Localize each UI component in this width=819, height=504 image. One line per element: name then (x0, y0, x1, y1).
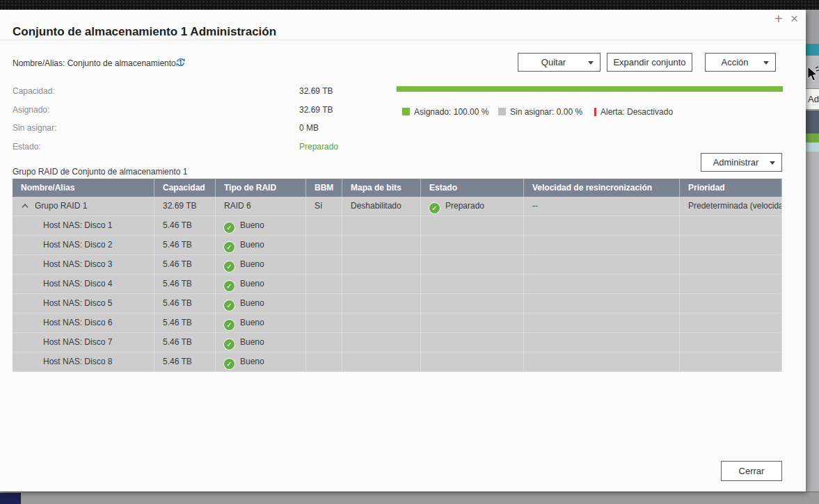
cell-priority (680, 236, 782, 254)
pool-name-alias: Nombre/Alias: Conjunto de almacenamiento… (13, 58, 183, 68)
table-row[interactable]: Host NAS: Disco 35.46 TB✓Bueno (13, 255, 782, 275)
column-header-7[interactable]: Prioridad (680, 179, 782, 197)
desktop-top-bar (0, 0, 819, 10)
legend-item-0: Asignado: 100.00 % (402, 107, 488, 117)
quitar-button[interactable]: Quitar (518, 53, 601, 72)
dialog-title: Conjunto de almacenamiento 1 Administrac… (13, 25, 276, 39)
cell-capacity: 5.46 TB (154, 236, 216, 254)
usage-bar-fill (397, 86, 783, 92)
chevron-up-icon[interactable] (21, 203, 29, 209)
cell-name: Grupo RAID 1 (13, 197, 154, 216)
check-circle-icon: ✓ (224, 222, 234, 233)
add-tab-icon[interactable]: + (774, 12, 783, 26)
table-row[interactable]: Host NAS: Disco 45.46 TB✓Bueno (13, 275, 782, 294)
table-row[interactable]: Host NAS: Disco 25.46 TB✓Bueno (13, 236, 782, 255)
table-row[interactable]: Host NAS: Disco 55.46 TB✓Bueno (13, 294, 782, 314)
check-circle-icon: ✓ (429, 203, 440, 213)
cell-status (421, 255, 524, 274)
cell-priority: Predeterminada (velocidad (680, 197, 782, 216)
table-row[interactable]: Host NAS: Disco 65.46 TB✓Bueno (13, 314, 782, 333)
background-body (806, 152, 819, 491)
status-badge: ✓Bueno (224, 357, 264, 366)
cell-priority (680, 314, 782, 332)
cell-status (421, 314, 524, 332)
table-row[interactable]: Host NAS: Disco 75.46 TB✓Bueno (13, 333, 782, 352)
cell-priority (680, 255, 782, 274)
cell-status (421, 294, 524, 313)
sin-asignar-value: 0 MB (299, 123, 319, 133)
cell-bbm (306, 216, 342, 235)
cell-capacity: 5.46 TB (154, 255, 216, 274)
status-badge-label: Bueno (240, 298, 264, 308)
cell-bitmap (342, 255, 421, 274)
administrar-button[interactable]: Administrar (701, 153, 782, 172)
cell-resync (524, 294, 680, 313)
cell-bbm (306, 236, 342, 254)
cell-bitmap (342, 333, 421, 352)
refresh-icon[interactable] (175, 57, 186, 67)
status-badge: ✓Bueno (224, 298, 264, 308)
table-header-row: Nombre/AliasCapacidadTipo de RAIDBBMMapa… (13, 179, 782, 197)
background-toolbar (806, 10, 819, 44)
expandir-conjunto-button[interactable]: Expandir conjunto (607, 53, 692, 72)
legend-item-1: Sin asignar: 0.00 % (498, 107, 582, 117)
close-icon[interactable]: × (790, 12, 798, 26)
cell-name: Host NAS: Disco 5 (13, 294, 154, 313)
cell-raid-type: ✓Bueno (216, 216, 306, 235)
column-header-6[interactable]: Velocidad de resincronización (524, 179, 680, 197)
cell-resync (524, 255, 680, 274)
column-header-2[interactable]: Tipo de RAID (216, 179, 306, 197)
background-partial-button: Ad (806, 88, 819, 110)
background-header-row (806, 111, 819, 133)
cell-bitmap (342, 275, 421, 293)
cell-status (421, 333, 524, 352)
cell-status (421, 275, 524, 293)
cell-raid-type: ✓Bueno (216, 352, 306, 371)
usage-legend: Asignado: 100.00 %Sin asignar: 0.00 %Ale… (397, 107, 783, 118)
quitar-button-label: Quitar (541, 57, 566, 67)
status-badge: ✓Bueno (224, 337, 264, 347)
cell-priority (680, 216, 782, 235)
table-row[interactable]: Grupo RAID 132.69 TBRAID 6SíDeshabilitad… (13, 197, 782, 216)
column-header-5[interactable]: Estado (421, 179, 524, 197)
cell-name: Host NAS: Disco 1 (13, 216, 154, 235)
column-header-4[interactable]: Mapa de bits (342, 179, 421, 197)
cell-status (421, 236, 524, 254)
cell-raid-type: ✓Bueno (216, 236, 306, 254)
background-pale-row (806, 143, 819, 152)
column-header-3[interactable]: BBM (306, 179, 342, 197)
cell-resync (524, 314, 680, 332)
estado-value: Preparado (299, 142, 338, 152)
legend-label: Asignado: 100.00 % (414, 107, 488, 117)
legend-label: Sin asignar: 0.00 % (510, 107, 582, 117)
status-badge: ✓Bueno (224, 220, 264, 230)
column-header-1[interactable]: Capacidad (154, 179, 216, 197)
status-badge: ✓Bueno (224, 240, 264, 250)
asignado-value: 32.69 TB (299, 105, 333, 115)
table-row[interactable]: Host NAS: Disco 85.46 TB✓Bueno (13, 352, 782, 372)
background-teal-stripe (806, 44, 819, 56)
status-badge-label: Bueno (240, 279, 264, 288)
cerrar-button[interactable]: Cerrar (721, 461, 782, 481)
cell-raid-type: ✓Bueno (216, 255, 306, 274)
cell-priority (680, 352, 782, 371)
check-circle-icon: ✓ (224, 320, 234, 330)
cell-raid-type: RAID 6 (216, 197, 306, 216)
status-badge: ✓Preparado (429, 201, 484, 211)
cell-raid-type: ✓Bueno (216, 333, 306, 352)
capacidad-label: Capacidad: (13, 86, 55, 96)
chevron-down-icon (770, 161, 775, 165)
status-badge-label: Bueno (240, 357, 264, 366)
cerrar-button-label: Cerrar (739, 466, 765, 476)
table-row[interactable]: Host NAS: Disco 15.46 TB✓Bueno (13, 216, 782, 236)
background-green-row (806, 133, 819, 143)
column-header-0[interactable]: Nombre/Alias (13, 179, 154, 197)
cell-capacity: 5.46 TB (154, 216, 216, 235)
cell-bbm (306, 352, 342, 371)
cell-resync: -- (524, 197, 680, 216)
accion-button[interactable]: Acción (705, 53, 776, 72)
cell-bitmap (342, 294, 421, 313)
chevron-down-icon (588, 61, 594, 65)
cell-capacity: 5.46 TB (154, 314, 216, 332)
expandir-button-label: Expandir conjunto (613, 57, 685, 67)
